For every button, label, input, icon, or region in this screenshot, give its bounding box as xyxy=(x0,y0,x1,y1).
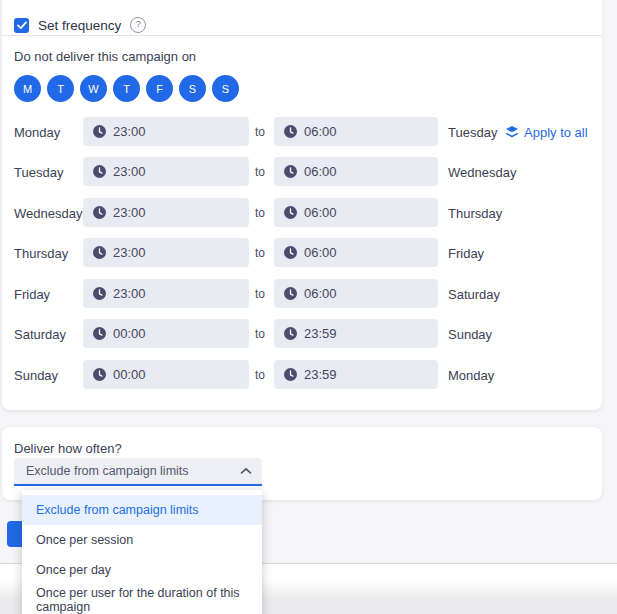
day-toggle-monday[interactable]: M xyxy=(14,75,41,102)
clock-icon xyxy=(93,125,106,138)
dropdown-option-once-per-user-duration[interactable]: Once per user for the duration of this c… xyxy=(22,585,262,614)
clock-icon xyxy=(93,165,106,178)
chevron-up-icon xyxy=(240,467,252,475)
end-time-value: 06:00 xyxy=(304,286,337,301)
schedule-row-friday: Friday 23:00 to 06:00 Saturday xyxy=(2,279,602,308)
apply-to-all-label: Apply to all xyxy=(524,124,588,139)
row-end-day-label: Tuesday xyxy=(448,124,497,139)
end-time-input[interactable]: 06:00 xyxy=(274,157,438,186)
set-frequency-checkbox[interactable] xyxy=(14,18,29,33)
row-end-day-label: Sunday xyxy=(448,326,492,341)
clock-icon xyxy=(284,165,297,178)
to-label: to xyxy=(249,368,271,382)
clock-icon xyxy=(93,327,106,340)
clock-icon xyxy=(284,287,297,300)
day-toggle-thursday[interactable]: T xyxy=(113,75,140,102)
clock-icon xyxy=(93,206,106,219)
day-toggle-saturday[interactable]: S xyxy=(179,75,206,102)
clock-icon xyxy=(93,287,106,300)
start-time-input[interactable]: 23:00 xyxy=(83,117,249,146)
clock-icon xyxy=(284,125,297,138)
clock-icon xyxy=(93,368,106,381)
start-time-value: 23:00 xyxy=(113,205,146,220)
start-time-value: 00:00 xyxy=(113,326,146,341)
start-time-input[interactable]: 23:00 xyxy=(83,238,249,267)
day-toggle-tuesday[interactable]: T xyxy=(47,75,74,102)
end-time-value: 06:00 xyxy=(304,164,337,179)
end-time-input[interactable]: 06:00 xyxy=(274,198,438,227)
to-label: to xyxy=(249,206,271,220)
start-time-input[interactable]: 00:00 xyxy=(83,360,249,389)
to-label: to xyxy=(249,287,271,301)
dropdown-option-exclude-from-campaign-limits[interactable]: Exclude from campaign limits xyxy=(22,495,262,525)
help-icon[interactable]: ? xyxy=(130,17,146,33)
start-time-input[interactable]: 00:00 xyxy=(83,319,249,348)
schedule-row-sunday: Sunday 00:00 to 23:59 Monday xyxy=(2,360,602,389)
row-day-label: Wednesday xyxy=(14,205,82,220)
row-day-label: Thursday xyxy=(14,245,68,260)
set-frequency-label: Set frequency xyxy=(38,18,121,33)
clock-icon xyxy=(284,206,297,219)
apply-to-all-link[interactable]: Apply to all xyxy=(505,124,588,139)
start-time-value: 23:00 xyxy=(113,286,146,301)
row-end-day-label: Wednesday xyxy=(448,164,516,179)
row-day-label: Saturday xyxy=(14,326,66,341)
start-time-value: 00:00 xyxy=(113,367,146,382)
end-time-value: 06:00 xyxy=(304,124,337,139)
schedule-row-thursday: Thursday 23:00 to 06:00 Friday xyxy=(2,238,602,267)
row-day-label: Tuesday xyxy=(14,164,63,179)
end-time-value: 23:59 xyxy=(304,326,337,341)
row-day-label: Friday xyxy=(14,286,50,301)
section-divider xyxy=(2,35,602,36)
clock-icon xyxy=(93,246,106,259)
end-time-value: 23:59 xyxy=(304,367,337,382)
row-end-day-label: Thursday xyxy=(448,205,502,220)
row-day-label: Monday xyxy=(14,124,60,139)
delivery-frequency-label: Deliver how often? xyxy=(14,441,122,456)
clock-icon xyxy=(284,327,297,340)
end-time-input[interactable]: 06:00 xyxy=(274,117,438,146)
end-time-value: 06:00 xyxy=(304,245,337,260)
delivery-frequency-dropdown: Exclude from campaign limits Once per se… xyxy=(22,490,262,614)
schedule-row-wednesday: Wednesday 23:00 to 06:00 Thursday xyxy=(2,198,602,227)
campaign-frequency-page: Set frequency ? Do not deliver this camp… xyxy=(0,0,617,614)
quiet-hours-card: Set frequency ? Do not deliver this camp… xyxy=(2,0,602,410)
day-toggle-sunday[interactable]: S xyxy=(212,75,239,102)
schedule-row-saturday: Saturday 00:00 to 23:59 Sunday xyxy=(2,319,602,348)
row-end-day-label: Saturday xyxy=(448,286,500,301)
apply-to-all-icon xyxy=(505,125,519,138)
clock-icon xyxy=(284,368,297,381)
dropdown-option-once-per-session[interactable]: Once per session xyxy=(22,525,262,555)
start-time-input[interactable]: 23:00 xyxy=(83,279,249,308)
to-label: to xyxy=(249,165,271,179)
end-time-input[interactable]: 23:59 xyxy=(274,360,438,389)
set-frequency-row: Set frequency ? xyxy=(14,14,146,36)
schedule-row-monday: Monday 23:00 to 06:00 Tuesday Apply to a… xyxy=(2,117,602,146)
row-end-day-label: Friday xyxy=(448,245,484,260)
day-toggle-wednesday[interactable]: W xyxy=(80,75,107,102)
end-time-input[interactable]: 06:00 xyxy=(274,279,438,308)
dropdown-option-once-per-day[interactable]: Once per day xyxy=(22,555,262,585)
to-label: to xyxy=(249,125,271,139)
start-time-value: 23:00 xyxy=(113,245,146,260)
schedule-row-tuesday: Tuesday 23:00 to 06:00 Wednesday xyxy=(2,157,602,186)
start-time-value: 23:00 xyxy=(113,164,146,179)
end-time-input[interactable]: 23:59 xyxy=(274,319,438,348)
to-label: to xyxy=(249,246,271,260)
end-time-input[interactable]: 06:00 xyxy=(274,238,438,267)
start-time-input[interactable]: 23:00 xyxy=(83,157,249,186)
day-toggle-friday[interactable]: F xyxy=(146,75,173,102)
start-time-input[interactable]: 23:00 xyxy=(83,198,249,227)
day-initial-toggles: M T W T F S S xyxy=(14,75,239,102)
start-time-value: 23:00 xyxy=(113,124,146,139)
clock-icon xyxy=(284,246,297,259)
to-label: to xyxy=(249,327,271,341)
row-day-label: Sunday xyxy=(14,367,58,382)
delivery-frequency-selected-value: Exclude from campaign limits xyxy=(26,464,189,478)
check-icon xyxy=(17,21,27,30)
row-end-day-label: Monday xyxy=(448,367,494,382)
quiet-hours-title: Do not deliver this campaign on xyxy=(14,49,196,64)
delivery-frequency-select[interactable]: Exclude from campaign limits xyxy=(14,458,262,486)
end-time-value: 06:00 xyxy=(304,205,337,220)
